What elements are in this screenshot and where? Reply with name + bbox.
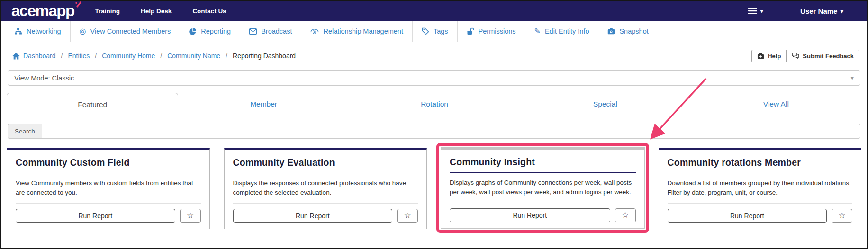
toolbar-tags[interactable]: Tags [413,21,458,42]
main-menu-button[interactable]: ▾ [748,8,764,14]
breadcrumb-current-page: Reporting Dashboard [233,52,296,60]
toolbar-label: View Connected Members [90,27,171,35]
user-name-label: User Name [800,7,837,15]
logo-text: acemapp [11,2,74,19]
tab-featured[interactable]: Featured [7,93,178,116]
submit-feedback-button[interactable]: Submit Feedback [786,50,859,62]
caret-down-icon: ▾ [840,8,843,14]
view-mode-select[interactable]: View Mode: Classic ▾ [8,70,860,86]
nav-help-desk[interactable]: Help Desk [141,8,172,15]
favorite-star-button[interactable]: ☆ [180,209,201,223]
toolbar-broadcast[interactable]: Broadcast [240,21,301,42]
tab-rotation[interactable]: Rotation [349,93,520,115]
comments-icon [792,53,799,59]
submit-feedback-label: Submit Feedback [803,53,854,60]
nav-contact-us[interactable]: Contact Us [192,8,226,15]
envelope-icon [249,28,257,35]
star-icon: ☆ [838,211,845,220]
report-category-tabs: Featured Member Rotation Special View Al… [7,93,861,115]
help-button[interactable]: Help [751,50,787,62]
star-icon: ☆ [187,211,194,220]
card-title: Community Custom Field [16,157,201,168]
home-icon [12,53,20,60]
card-title-divider [233,173,418,173]
camera-icon [607,28,615,35]
search-row: Search [8,124,860,139]
card-title: Community Evaluation [233,157,418,168]
run-report-button[interactable]: Run Report [668,209,827,223]
entity-toolbar: Networking ◎ View Connected Members Repo… [1,21,867,42]
toolbar-reporting[interactable]: Reporting [180,21,240,42]
pie-chart-icon [189,27,197,35]
tab-member[interactable]: Member [178,93,349,115]
acemapp-logo[interactable]: acemapp [11,2,83,20]
breadcrumb-row: Dashboard / Entities / Community Home / … [1,43,867,69]
star-icon: ☆ [622,211,629,220]
toolbar-networking[interactable]: Networking [5,21,71,42]
toolbar-view-connected-members[interactable]: ◎ View Connected Members [71,21,181,42]
toolbar-label: Permissions [479,27,516,35]
unlock-icon [467,27,474,35]
eye-target-icon: ◎ [80,27,86,35]
breadcrumb-separator: / [160,52,162,60]
breadcrumb: Dashboard / Entities / Community Home / … [12,52,296,60]
help-label: Help [768,53,781,60]
breadcrumb-separator: / [61,52,63,60]
toolbar-snapshot[interactable]: Snapshot [598,21,658,42]
breadcrumb-separator: / [95,52,97,60]
card-title: Community rotations Member [668,157,853,168]
toolbar-label: Reporting [201,27,231,35]
toolbar-edit-entity-info[interactable]: ✎ Edit Entity Info [525,21,599,42]
user-menu[interactable]: User Name ▾ [800,7,843,15]
favorite-star-button[interactable]: ☆ [832,209,852,223]
hamburger-menu-icon [748,8,757,14]
toolbar-label: Broadcast [261,27,292,35]
logo-spark-icon [75,0,82,8]
run-report-button[interactable]: Run Report [233,209,393,223]
toolbar-permissions[interactable]: Permissions [458,21,525,42]
breadcrumb-community-home[interactable]: Community Home [102,52,155,60]
card-description: Download a list of members grouped by th… [668,178,853,198]
card-title: Community Insight [450,157,636,168]
breadcrumb-community-name[interactable]: Community Name [167,52,220,60]
dropdown-caret-icon: ▾ [850,75,854,81]
star-icon: ☆ [404,211,411,220]
breadcrumb-separator: / [226,52,227,60]
breadcrumb-entities[interactable]: Entities [68,52,90,60]
toolbar-label: Relationship Management [323,27,403,35]
report-cards: Community Custom Field View Community me… [7,148,861,229]
card-description: Displays graphs of Community connections… [450,178,636,197]
nav-training[interactable]: Training [95,8,120,15]
handshake-icon [310,28,319,35]
tab-view-all[interactable]: View All [691,93,861,115]
highlight-box: Community Insight Displays graphs of Com… [436,143,649,233]
page-action-buttons: Help Submit Feedback [751,50,859,62]
top-nav: Training Help Desk Contact Us [95,8,226,15]
sitemap-icon [14,27,22,35]
toolbar-relationship-management[interactable]: Relationship Management [301,21,412,42]
tab-special[interactable]: Special [520,93,690,115]
search-label: Search [8,124,42,139]
toolbar-label: Snapshot [619,27,648,35]
card-title-divider [16,173,201,173]
breadcrumb-label: Dashboard [23,52,56,60]
card-title-divider [668,173,853,173]
pencil-icon: ✎ [534,27,541,35]
favorite-star-button[interactable]: ☆ [615,208,636,222]
card-description: Displays the responses of connected prof… [233,178,418,198]
search-input[interactable] [42,124,860,139]
run-report-button[interactable]: Run Report [16,209,175,223]
card-title-divider [450,172,636,173]
run-report-button[interactable]: Run Report [450,208,610,222]
card-community-custom-field: Community Custom Field View Community me… [7,148,210,229]
caret-down-icon: ▾ [760,8,764,14]
tag-icon [422,27,429,35]
view-mode-value: View Mode: Classic [14,74,74,82]
medkit-icon [757,53,764,59]
card-community-insight: Community Insight Displays graphs of Com… [441,147,645,229]
card-description: View Community members with custom field… [16,178,201,198]
breadcrumb-dashboard[interactable]: Dashboard [12,52,56,60]
toolbar-label: Tags [434,27,448,35]
favorite-star-button[interactable]: ☆ [397,209,418,223]
toolbar-label: Edit Entity Info [545,27,589,35]
